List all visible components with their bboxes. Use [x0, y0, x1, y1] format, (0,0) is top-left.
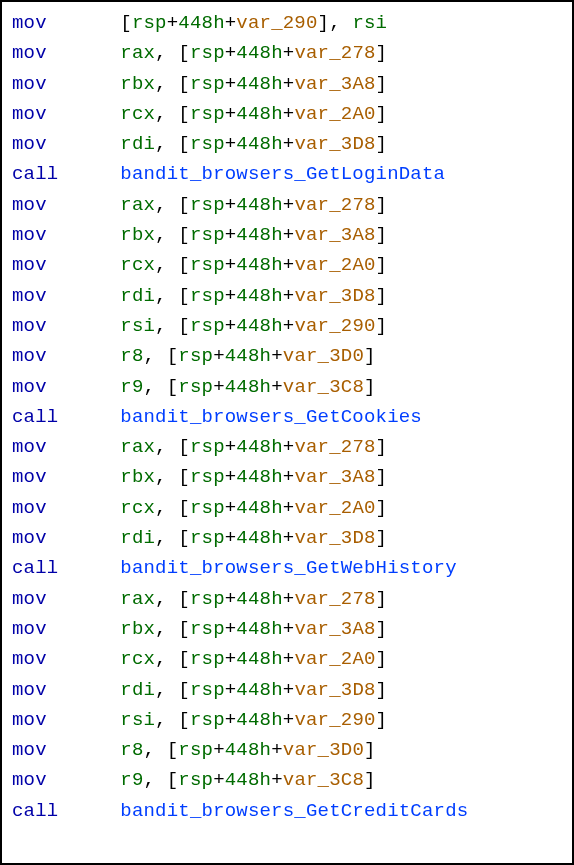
punct-token: +: [213, 345, 225, 367]
asm-line[interactable]: movrsi, [rsp+448h+var_290]: [12, 705, 562, 735]
mnemonic: mov: [12, 523, 120, 553]
punct-token: +: [283, 194, 295, 216]
punct-token: , [: [144, 345, 179, 367]
punct-token: +: [225, 527, 237, 549]
punct-token: +: [225, 194, 237, 216]
mnemonic: mov: [12, 341, 120, 371]
asm-line[interactable]: movrcx, [rsp+448h+var_2A0]: [12, 250, 562, 280]
asm-line[interactable]: movr9, [rsp+448h+var_3C8]: [12, 765, 562, 795]
asm-line[interactable]: movrax, [rsp+448h+var_278]: [12, 38, 562, 68]
punct-token: ]: [364, 345, 376, 367]
asm-line[interactable]: movrsi, [rsp+448h+var_290]: [12, 311, 562, 341]
asm-line[interactable]: movrcx, [rsp+448h+var_2A0]: [12, 644, 562, 674]
punct-token: +: [225, 73, 237, 95]
asm-line[interactable]: movrax, [rsp+448h+var_278]: [12, 584, 562, 614]
var-token: var_290: [294, 315, 375, 337]
asm-line[interactable]: movrbx, [rsp+448h+var_3A8]: [12, 614, 562, 644]
reg-token: rsp: [190, 73, 225, 95]
punct-token: ]: [376, 224, 388, 246]
punct-token: +: [225, 224, 237, 246]
var-token: var_3D8: [294, 285, 375, 307]
disassembly-view[interactable]: mov[rsp+448h+var_290], rsimovrax, [rsp+4…: [12, 8, 562, 826]
var-token: var_3D8: [294, 133, 375, 155]
var-token: var_3D0: [283, 345, 364, 367]
var-token: var_3D8: [294, 679, 375, 701]
hex-token: 448h: [236, 285, 282, 307]
punct-token: [: [120, 12, 132, 34]
mnemonic: mov: [12, 311, 120, 341]
asm-line[interactable]: movrdi, [rsp+448h+var_3D8]: [12, 523, 562, 553]
asm-line[interactable]: callbandit_browsers_GetWebHistory: [12, 553, 562, 583]
asm-line[interactable]: movrdi, [rsp+448h+var_3D8]: [12, 129, 562, 159]
hex-token: 448h: [178, 12, 224, 34]
asm-line[interactable]: movr8, [rsp+448h+var_3D0]: [12, 735, 562, 765]
hex-token: 448h: [225, 739, 271, 761]
var-token: var_278: [294, 436, 375, 458]
asm-line[interactable]: mov[rsp+448h+var_290], rsi: [12, 8, 562, 38]
asm-line[interactable]: movrbx, [rsp+448h+var_3A8]: [12, 462, 562, 492]
hex-token: 448h: [236, 133, 282, 155]
reg-token: rsi: [120, 709, 155, 731]
reg-token: rsp: [190, 224, 225, 246]
reg-token: rcx: [120, 103, 155, 125]
mnemonic: mov: [12, 281, 120, 311]
asm-line[interactable]: callbandit_browsers_GetCookies: [12, 402, 562, 432]
mnemonic: mov: [12, 584, 120, 614]
hex-token: 448h: [236, 679, 282, 701]
punct-token: , [: [155, 618, 190, 640]
punct-token: ]: [376, 133, 388, 155]
mnemonic: call: [12, 159, 120, 189]
mnemonic: mov: [12, 432, 120, 462]
punct-token: ]: [376, 285, 388, 307]
punct-token: +: [225, 133, 237, 155]
punct-token: , [: [155, 103, 190, 125]
reg-token: rsi: [352, 12, 387, 34]
mnemonic: mov: [12, 220, 120, 250]
punct-token: +: [225, 497, 237, 519]
hex-token: 448h: [225, 769, 271, 791]
reg-token: rsp: [178, 769, 213, 791]
asm-line[interactable]: callbandit_browsers_GetCreditCards: [12, 796, 562, 826]
hex-token: 448h: [236, 588, 282, 610]
asm-line[interactable]: movrbx, [rsp+448h+var_3A8]: [12, 220, 562, 250]
punct-token: ]: [376, 194, 388, 216]
reg-token: rsp: [190, 497, 225, 519]
punct-token: ]: [376, 618, 388, 640]
punct-token: +: [225, 285, 237, 307]
hex-token: 448h: [236, 73, 282, 95]
asm-line[interactable]: movr9, [rsp+448h+var_3C8]: [12, 372, 562, 402]
asm-line[interactable]: movrax, [rsp+448h+var_278]: [12, 432, 562, 462]
asm-line[interactable]: movrdi, [rsp+448h+var_3D8]: [12, 281, 562, 311]
punct-token: +: [283, 466, 295, 488]
asm-line[interactable]: movrcx, [rsp+448h+var_2A0]: [12, 493, 562, 523]
reg-token: rbx: [120, 618, 155, 640]
punct-token: ]: [364, 769, 376, 791]
punct-token: ]: [364, 739, 376, 761]
punct-token: +: [283, 527, 295, 549]
asm-line[interactable]: movrax, [rsp+448h+var_278]: [12, 190, 562, 220]
reg-token: rax: [120, 436, 155, 458]
var-token: var_3A8: [294, 466, 375, 488]
punct-token: +: [271, 739, 283, 761]
punct-token: +: [283, 679, 295, 701]
hex-token: 448h: [236, 709, 282, 731]
reg-token: rsp: [178, 345, 213, 367]
asm-line[interactable]: movr8, [rsp+448h+var_3D0]: [12, 341, 562, 371]
asm-line[interactable]: movrdi, [rsp+448h+var_3D8]: [12, 675, 562, 705]
reg-token: rdi: [120, 285, 155, 307]
reg-token: rsp: [190, 527, 225, 549]
punct-token: , [: [155, 254, 190, 276]
punct-token: ]: [376, 497, 388, 519]
punct-token: +: [283, 436, 295, 458]
reg-token: r9: [120, 769, 143, 791]
punct-token: +: [283, 648, 295, 670]
punct-token: +: [283, 709, 295, 731]
punct-token: , [: [155, 133, 190, 155]
asm-line[interactable]: movrbx, [rsp+448h+var_3A8]: [12, 69, 562, 99]
hex-token: 448h: [236, 194, 282, 216]
asm-line[interactable]: movrcx, [rsp+448h+var_2A0]: [12, 99, 562, 129]
mnemonic: mov: [12, 675, 120, 705]
reg-token: rsp: [178, 739, 213, 761]
asm-line[interactable]: callbandit_browsers_GetLoginData: [12, 159, 562, 189]
punct-token: ]: [376, 315, 388, 337]
